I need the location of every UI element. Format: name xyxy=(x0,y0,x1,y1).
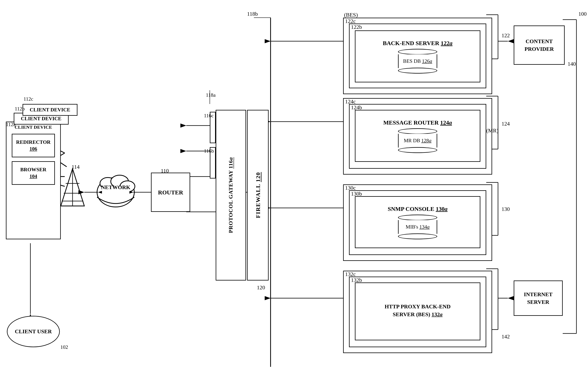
ref-112c: 112c xyxy=(23,96,33,102)
ref-118a: 118a xyxy=(206,92,216,98)
ref-118b: 118b xyxy=(247,11,258,17)
client-device-c-label: CLIENT DEVICE xyxy=(30,106,70,113)
snmp-console-label: SNMP CONSOLE 130a xyxy=(388,205,447,213)
back-end-server-label: BACK-END SERVER 122a xyxy=(383,39,452,47)
protocol-gateway-label: PROTOCOL GATEWAY 116a xyxy=(227,157,234,233)
wireless-tower xyxy=(60,168,85,208)
box-132a: HTTP PROXY BACK-ENDSERVER (BES) 132a xyxy=(355,283,480,340)
content-provider-label: CONTENTPROVIDER xyxy=(524,37,554,53)
ref-116c: 116c xyxy=(204,113,214,119)
client-device-112c: CLIENT DEVICE xyxy=(23,104,77,116)
client-device-112a: CLIENT DEVICE REDIRECTOR106 BROWSER104 xyxy=(6,121,61,239)
diagram-lines xyxy=(0,0,588,388)
content-provider-box: CONTENTPROVIDER xyxy=(514,25,565,65)
ref-122c: 122c xyxy=(345,18,356,24)
network-cloud: NETWORK xyxy=(94,169,137,217)
redirector-box: REDIRECTOR106 xyxy=(12,134,55,157)
firewall-box: FIREWALL 120 xyxy=(247,110,269,281)
label-bes: (BES) xyxy=(344,12,358,18)
ref-120: 120 xyxy=(257,284,265,291)
firewall-label: FIREWALL 120 xyxy=(254,172,262,218)
ref-140: 140 xyxy=(568,61,576,67)
ref-112b: 112b xyxy=(15,106,25,112)
box-130a: SNMP CONSOLE 130a MIB's 134a xyxy=(355,196,480,248)
ref-122: 122 xyxy=(501,32,510,39)
client-user-label: CLIENT USER xyxy=(15,328,52,335)
ref-130: 130 xyxy=(501,206,510,212)
box-124a: MESSAGE ROUTER 124a MR DB 128a xyxy=(355,110,480,162)
router-box: ROUTER xyxy=(151,173,190,212)
ref-102: 102 xyxy=(60,344,68,350)
ref-116b: 116b xyxy=(204,148,214,154)
internet-server-label: INTERNETSERVER xyxy=(524,291,552,306)
client-user-ellipse: CLIENT USER xyxy=(7,316,60,347)
ref-124b: 124b xyxy=(351,104,362,111)
client-device-a-label: CLIENT DEVICE xyxy=(8,124,58,130)
ref-124: 124 xyxy=(501,121,510,127)
client-device-b-label: CLIENT DEVICE xyxy=(21,115,62,122)
box-122a: BACK-END SERVER 122a BES DB 126a xyxy=(355,30,480,82)
ref-130b: 130b xyxy=(351,191,362,197)
ref-124c: 124c xyxy=(345,98,356,105)
protocol-gateway-box: PROTOCOL GATEWAY 116a xyxy=(216,110,246,281)
label-mr: (MR) xyxy=(486,127,498,134)
ref-122b: 122b xyxy=(351,24,362,30)
ref-100: 100 xyxy=(578,11,587,17)
network-label: NETWORK xyxy=(98,183,133,191)
ref-142: 142 xyxy=(501,334,510,340)
ref-130c: 130c xyxy=(345,185,356,191)
http-proxy-label: HTTP PROXY BACK-ENDSERVER (BES) 132a xyxy=(385,303,451,318)
browser-box: BROWSER104 xyxy=(12,161,55,185)
ref-112a: 112a xyxy=(6,121,16,127)
ref-132b: 132b xyxy=(351,277,362,283)
ref-110: 110 xyxy=(161,168,169,174)
message-router-label: MESSAGE ROUTER 124a xyxy=(383,119,452,126)
internet-server-box: INTERNETSERVER xyxy=(514,281,563,316)
ref-132c: 132c xyxy=(345,271,356,277)
diagram: BACK-END SERVER 122a BES DB 126a 122c 12… xyxy=(0,0,588,388)
router-label: ROUTER xyxy=(158,189,183,196)
